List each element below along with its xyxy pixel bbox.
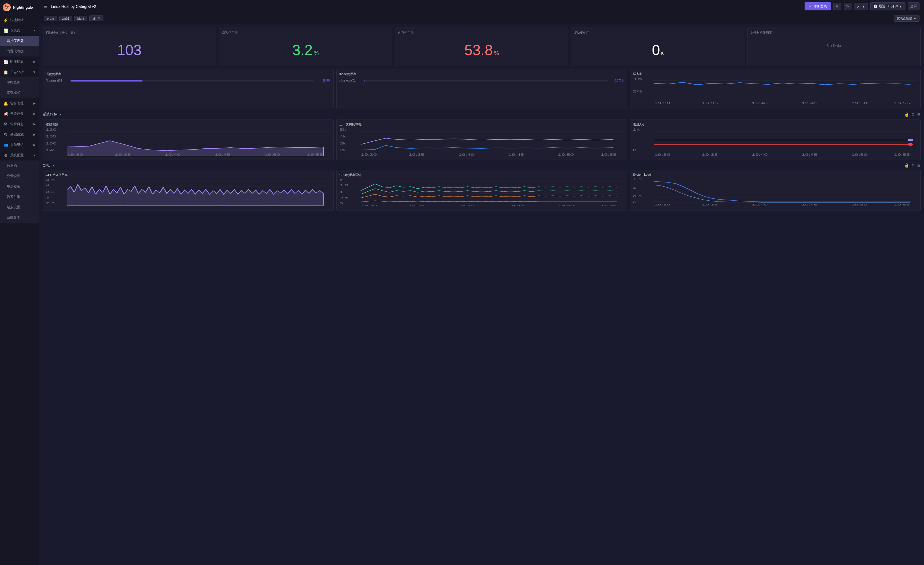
time-range-select[interactable]: 🕐 最近 30 分钟 ▼	[870, 2, 906, 11]
dashboard-link-label: 仪表盘链接	[897, 16, 912, 21]
svg-text:19:55: 19:55	[600, 153, 616, 156]
host-select[interactable]: vm01	[59, 16, 72, 21]
system-load-title: System Load	[633, 173, 918, 176]
sidebar-item-datasource[interactable]: 数据源	[0, 161, 39, 171]
svg-text:19:30: 19:30	[361, 153, 377, 156]
inode-usage-panel: inode使用率 / | categraf01 0.073%	[336, 69, 627, 109]
system-section-title: 系统指标	[43, 112, 57, 117]
svg-text:19:55: 19:55	[600, 204, 616, 207]
svg-text:19:35: 19:35	[408, 204, 424, 207]
off-select[interactable]: off ▼	[854, 3, 868, 10]
logo-text: Nightingale	[13, 5, 33, 9]
svg-text:19:45: 19:45	[508, 153, 524, 156]
swap-panel: SWAP使用 0 B	[571, 27, 744, 66]
sidebar-item-variable-settings[interactable]: 变量设置	[0, 171, 39, 181]
dashboard-link-button[interactable]: 仪表盘链接 ▼	[894, 15, 920, 22]
sidebar-item-sso[interactable]: 单点登录	[0, 181, 39, 192]
alarm-notify-icon: 📢	[3, 111, 8, 116]
sidebar-label-alarm-self-help: 告警自愈	[10, 122, 24, 126]
off-select-arrow: ▼	[862, 5, 865, 8]
system-gear-icon[interactable]: ⚙	[911, 112, 915, 117]
svg-text:19:50: 19:50	[264, 204, 280, 207]
disk-usage-panel: 磘盘使用率 / | categraf01 29.5%	[43, 69, 334, 109]
svg-text:1: 1	[339, 191, 343, 193]
svg-text:145: 145	[46, 149, 57, 152]
mem-usage-title: 内存使用率	[398, 31, 566, 35]
cache-chart: 1k 0 19:30 19:35 19:40 19:45 19:50	[633, 128, 918, 156]
disk-bar-value: 29.5%	[316, 79, 330, 82]
sidebar-label-index-mode: 索引模式	[7, 90, 20, 95]
cpu-expand-icon[interactable]: ⊞	[917, 163, 921, 168]
inode-bar-label: / | categraf01	[339, 79, 362, 82]
sidebar-item-alarm-trigger[interactable]: 告警引擎	[0, 192, 39, 202]
svg-text:1k: 1k	[633, 128, 640, 131]
refresh-button[interactable]: ↻	[844, 3, 852, 10]
alarm-manage-icon: 🔔	[3, 101, 8, 106]
add-chart-button[interactable]: ＋ 添加图表	[805, 2, 831, 11]
uptime-panel: 启动时长（单位：天） 103	[43, 27, 216, 66]
inode-bar-track	[364, 80, 608, 81]
sidebar-item-monitor-dashboard[interactable]: 监控仪表盘	[0, 36, 39, 46]
svg-text:1.5: 1.5	[633, 178, 642, 181]
sidebar-item-quick-jump[interactable]: ⚡ 快捷跳转	[0, 15, 39, 25]
ident-tag: ident	[74, 16, 87, 21]
system-section-icons: 🔒 ⚙ ⊞	[904, 112, 921, 117]
filter-bar: prom vm01 ident all ✕ 仪表盘链接 ▼	[39, 13, 924, 24]
datasource-label: prom	[47, 17, 54, 20]
sidebar-item-org[interactable]: 👥 人员组织 ▶	[0, 140, 39, 150]
svg-text:19:35: 19:35	[115, 153, 131, 156]
svg-text:4k: 4k	[339, 135, 346, 138]
sidebar-item-alarm-self-help[interactable]: 🛠 告警自愈 ▶	[0, 119, 39, 129]
ident-close-icon[interactable]: ✕	[98, 17, 100, 20]
sidebar-item-builtin-dashboard[interactable]: 内置仪表盘	[0, 46, 39, 57]
sidebar-item-system-version[interactable]: 系统版本	[0, 212, 39, 223]
sidebar-item-log-analysis[interactable]: 📋 日志分析 ▼	[0, 67, 39, 77]
sidebar-label-alarm-manage: 告警管理	[10, 101, 24, 106]
cache-title: 缓池大小	[633, 122, 918, 126]
svg-text:19:45: 19:45	[214, 153, 231, 156]
cpu-overall-chart: 4.5 4 3.5 3 2.5 19:30 19:35 19:40 19:45	[46, 179, 330, 207]
dashboard-icon: 📊	[3, 29, 8, 33]
filehandle-title: 文件句柄使用率	[750, 31, 918, 35]
settings-button[interactable]: ⚙	[833, 3, 842, 10]
svg-text:19:55: 19:55	[894, 203, 910, 206]
svg-text:19:40: 19:40	[458, 153, 474, 156]
sidebar-label-instant-query: 即时查询	[7, 80, 20, 85]
org-icon: 👥	[3, 143, 8, 147]
content-area: 启动时长（单位：天） 103 CPU使用率 3.2 % 内存使用率 53.8 %	[39, 24, 924, 565]
process-panel: 进程总数 160 155 150 145 19:30 19:35 19:40 1…	[43, 119, 334, 160]
svg-text:19:30: 19:30	[67, 153, 83, 156]
sidebar-item-alarm-notify[interactable]: 📢 告警通知 ▶	[0, 108, 39, 119]
sidebar-item-dashboard[interactable]: 📊 仪表盘 ▼	[0, 25, 39, 36]
logo-icon: 🦅	[3, 3, 10, 11]
sidebar-item-instant-query[interactable]: 即时查询	[0, 77, 39, 88]
system-lock-icon[interactable]: 🔒	[904, 112, 909, 117]
alarm-notify-arrow: ▶	[33, 112, 36, 115]
disk-bars: / | categraf01 29.5%	[46, 78, 330, 83]
infrastructure-arrow: ▶	[33, 133, 36, 136]
cpu-gear-icon[interactable]: ⚙	[911, 163, 915, 168]
svg-text:19:45: 19:45	[801, 203, 818, 206]
svg-text:19:45: 19:45	[508, 204, 524, 207]
svg-text:19:35: 19:35	[115, 204, 131, 207]
sidebar-label-datasource: 数据源	[7, 163, 17, 168]
swap-title: SWAP使用	[574, 31, 741, 35]
cpu-charts-row: CPU整体使用率 4.5 4 3.5 3 2.5 19:30 19:35	[43, 170, 921, 211]
sidebar-item-system-config[interactable]: ⚙ 系统配置 ▼	[0, 150, 39, 161]
svg-text:3.5: 3.5	[46, 191, 55, 193]
sidebar-item-alarm-manage[interactable]: 🔔 告警管理 ▶	[0, 98, 39, 108]
svg-text:19:40: 19:40	[752, 153, 768, 156]
fullscreen-button[interactable]: 全屏	[908, 2, 920, 11]
back-icon[interactable]: ☰	[44, 4, 48, 9]
sidebar-item-infrastructure[interactable]: 🏗 基础设施 ▶	[0, 129, 39, 140]
sidebar-item-index-mode[interactable]: 索引模式	[0, 88, 39, 98]
system-expand-icon[interactable]: ⊞	[917, 112, 921, 117]
sidebar: 🦅 Nightingale ⚡ 快捷跳转 📊 仪表盘 ▼ 监控仪表盘 内置仪表盘…	[0, 0, 39, 565]
sidebar-item-site-settings[interactable]: 站点设置	[0, 202, 39, 212]
sidebar-item-time-metric[interactable]: 📈 时序指标 ▶	[0, 57, 39, 67]
mem-usage-panel: 内存使用率 53.8 %	[395, 27, 568, 66]
cpu-lock-icon[interactable]: 🔒	[904, 163, 909, 168]
time-range-arrow: ▼	[899, 5, 902, 8]
svg-text:19:45: 19:45	[801, 101, 818, 105]
ident-value-tag: all ✕	[89, 15, 104, 21]
